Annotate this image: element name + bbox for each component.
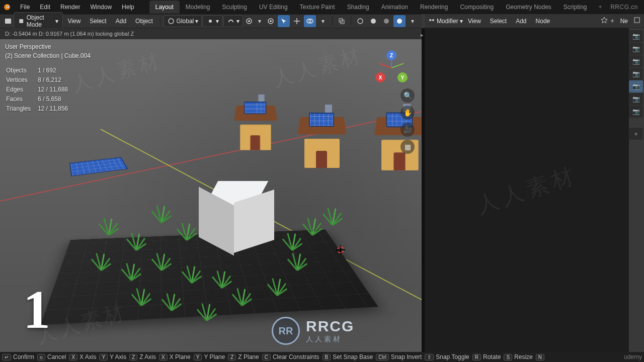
viewport-header: Object Mode ▾ View Select Add Object Glo…	[0, 14, 422, 28]
editor-type-icon[interactable]	[3, 15, 13, 27]
hint-y-axis: Y Axis	[110, 353, 126, 360]
key-icon: ↵	[2, 354, 11, 360]
menu-render[interactable]: Render	[55, 2, 85, 13]
node-menu-node[interactable]: Node	[532, 16, 554, 27]
stat-label: Faces	[6, 95, 37, 104]
tab-animation[interactable]: Animation	[375, 1, 414, 14]
key-icon: Y	[194, 354, 202, 360]
prop-tab-viewlayer-icon[interactable]: 📷	[629, 55, 643, 67]
prop-tab-add-icon[interactable]: ＋	[629, 128, 643, 140]
tab-scripting[interactable]: Scripting	[557, 1, 593, 14]
proportional-edit-icon[interactable]	[244, 15, 254, 27]
chevron-right-icon[interactable]: ▸	[421, 32, 423, 38]
perspective-icon[interactable]: ▦	[400, 140, 415, 154]
house-model	[297, 108, 347, 168]
node-snap-icon[interactable]	[633, 16, 641, 26]
key-icon: Y	[99, 354, 108, 360]
key-icon: R	[472, 354, 481, 360]
shading-solid-icon[interactable]	[367, 15, 379, 27]
prop-tab-render-icon[interactable]: 📷	[629, 30, 643, 42]
gizmo-toggle-icon[interactable]	[291, 15, 303, 27]
prop-tab-world-icon[interactable]: 📷	[629, 80, 643, 93]
node-menu-view[interactable]: View	[464, 16, 485, 27]
node-menu-select[interactable]: Select	[486, 16, 511, 27]
hint-snap-base: Set Snap Base	[333, 353, 373, 360]
svg-rect-3	[5, 19, 11, 24]
prop-tab-output-icon[interactable]: 📷	[629, 43, 643, 55]
grass-plant	[91, 249, 112, 270]
stat-label: Edges	[6, 85, 37, 94]
svg-point-19	[429, 19, 431, 21]
menu-edit[interactable]: Edit	[35, 2, 55, 13]
key-icon: X	[159, 354, 168, 360]
tab-geometry-nodes[interactable]: Geometry Nodes	[500, 1, 557, 14]
node-menu-add[interactable]: Add	[512, 16, 530, 27]
svg-rect-21	[634, 18, 639, 23]
mode-label: Object Mode	[27, 14, 53, 28]
prop-tab-scene-icon[interactable]: 📷	[629, 68, 643, 80]
key-icon: Z	[228, 354, 236, 360]
node-editor-type-icon[interactable]	[428, 16, 436, 26]
stat-value: 6 / 5,658	[38, 95, 68, 104]
overlay-toggle-icon[interactable]	[304, 15, 316, 27]
view-perspective-label: User Perspective	[5, 43, 51, 50]
rrcg-logo: RR RRCG 人人素材	[272, 317, 354, 345]
viewport-menu-object[interactable]: Object	[131, 16, 157, 27]
proportional-falloff-icon[interactable]: ▾	[255, 15, 265, 27]
key-icon: S	[504, 354, 512, 360]
shading-wireframe-icon[interactable]	[354, 15, 366, 27]
camera-icon[interactable]: 🎥	[400, 123, 415, 137]
tab-shading[interactable]: Shading	[341, 1, 375, 14]
xray-icon[interactable]	[336, 15, 348, 27]
rrcg-title: RRCG	[306, 318, 354, 335]
properties-tab-strip: 📷 📷 📷 📷 📷 📷 📷 ＋	[629, 30, 644, 140]
svg-point-20	[432, 19, 434, 21]
hint-x-axis: X Axis	[79, 353, 96, 360]
menu-file[interactable]: File	[15, 2, 35, 13]
node-pin-icon[interactable]	[600, 16, 608, 26]
hint-clear: Clear Constraints	[273, 353, 319, 360]
transform-orientation[interactable]: Global▾	[164, 15, 202, 27]
viewport-tool-buttons: 🔍 ✋ 🎥 ▦	[400, 88, 415, 154]
select-tool-icon[interactable]	[278, 15, 290, 27]
shading-material-icon[interactable]	[380, 15, 392, 27]
pan-icon[interactable]: ✋	[400, 106, 415, 120]
prop-tab-object-icon[interactable]: 📷	[629, 93, 643, 105]
node-tree-type[interactable]: Modifier ▾	[437, 18, 463, 25]
node-new-button[interactable]: Ne	[616, 16, 632, 27]
grass-plant	[176, 219, 197, 240]
cube-mesh	[201, 181, 267, 246]
grass-plant	[302, 214, 323, 235]
pivot-point[interactable]: ▾	[203, 15, 222, 27]
node-add-button[interactable]: ＋	[609, 17, 615, 25]
shading-dropdown-icon[interactable]: ▾	[407, 15, 419, 27]
hint-y-plane: Y Plane	[204, 353, 225, 360]
viewport-menu-select[interactable]: Select	[86, 16, 110, 27]
hint-rotate: Rotate	[483, 353, 501, 360]
visibility-icon[interactable]	[265, 15, 277, 27]
prop-tab-modifier-icon[interactable]: 📷	[629, 106, 643, 118]
mode-select[interactable]: Object Mode ▾	[14, 12, 62, 30]
node-editor-header: Modifier ▾ View Select Add Node ＋ Ne	[425, 14, 644, 28]
snap-toggle[interactable]: ▾	[223, 15, 243, 27]
zoom-icon[interactable]: 🔍	[400, 88, 415, 103]
viewport-menu-add[interactable]: Add	[112, 16, 130, 27]
add-workspace-button[interactable]: ＋	[593, 1, 607, 14]
tab-rendering[interactable]: Rendering	[414, 1, 454, 14]
menu-window[interactable]: Window	[85, 2, 117, 13]
gizmo-x-icon[interactable]: X	[375, 72, 385, 82]
gizmo-z-icon[interactable]: Z	[386, 50, 396, 60]
tab-texture-paint[interactable]: Texture Paint	[294, 1, 341, 14]
step-number: 1	[23, 279, 50, 341]
gizmo-y-icon[interactable]: Y	[397, 72, 408, 82]
viewport-menu-view[interactable]: View	[64, 16, 85, 27]
node-editor-panel[interactable]: 人人素材	[425, 28, 629, 352]
menu-help[interactable]: Help	[117, 2, 139, 13]
overlay-dropdown-icon[interactable]: ▾	[317, 15, 329, 27]
tab-compositing[interactable]: Compositing	[454, 1, 500, 14]
shading-rendered-icon[interactable]	[393, 15, 406, 27]
nav-gizmo[interactable]: Z X Y	[377, 53, 406, 81]
hint-snap-invert: Snap Invert	[391, 353, 422, 360]
hint-cancel: Cancel	[47, 353, 66, 360]
3d-viewport[interactable]: 人人素材 人人素材 人人素材 1 RR RRCG 人人素材 Z X Y 🔍 ✋ …	[0, 28, 422, 352]
